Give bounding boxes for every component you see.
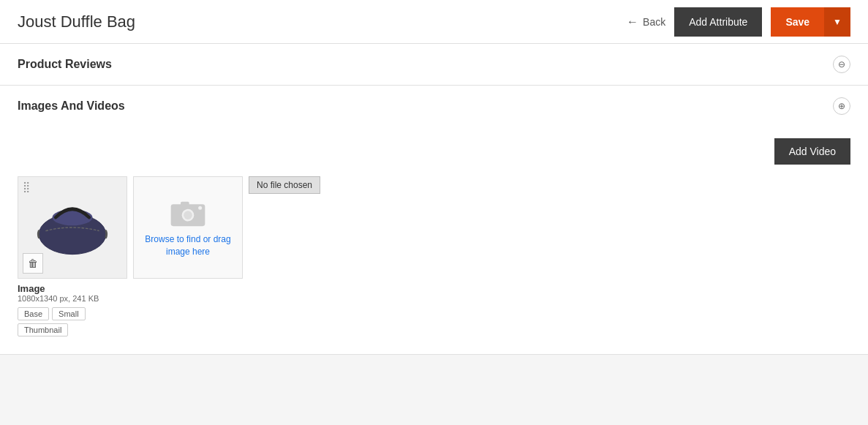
image-tag-thumbnail[interactable]: Thumbnail <box>18 323 68 336</box>
svg-rect-6 <box>181 202 189 206</box>
no-file-input: No file chosen <box>249 176 320 194</box>
image-tag-base[interactable]: Base <box>18 307 49 320</box>
image-thumbnail: ⣿ <box>18 176 127 279</box>
svg-point-7 <box>198 206 202 210</box>
no-file-label: No file chosen <box>249 176 320 194</box>
delete-image-button[interactable]: 🗑 <box>23 253 43 274</box>
image-meta: 1080x1340 px, 241 KB <box>18 294 127 303</box>
save-button[interactable]: Save <box>771 7 824 37</box>
page-header: Joust Duffle Bag ← Back Add Attribute Sa… <box>0 0 868 44</box>
image-card: ⣿ <box>18 176 127 336</box>
image-tag-small[interactable]: Small <box>52 307 86 320</box>
product-image <box>32 187 113 268</box>
header-actions: ← Back Add Attribute Save ▼ <box>627 7 850 37</box>
add-video-button[interactable]: Add Video <box>774 138 850 165</box>
images-section-content: Add Video ⣿ <box>0 127 868 354</box>
camera-icon <box>170 197 206 227</box>
back-arrow-icon: ← <box>627 15 638 29</box>
save-button-group: Save ▼ <box>771 7 850 37</box>
page-title: Joust Duffle Bag <box>18 12 135 31</box>
images-and-videos-toggle[interactable]: ⊕ <box>833 97 850 115</box>
save-dropdown-button[interactable]: ▼ <box>824 7 850 37</box>
svg-point-5 <box>184 211 192 220</box>
back-link[interactable]: ← Back <box>627 15 665 29</box>
product-reviews-toggle[interactable]: ⊖ <box>833 56 850 73</box>
product-reviews-header[interactable]: Product Reviews ⊖ <box>0 44 868 85</box>
chevron-down-icon: ⊖ <box>838 59 845 69</box>
images-row: ⣿ <box>18 176 850 336</box>
upload-placeholder-text: Browse to find or drag image here <box>134 233 242 258</box>
trash-icon: 🗑 <box>28 257 38 269</box>
image-tags: Base Small Thumbnail <box>18 307 127 336</box>
product-reviews-title: Product Reviews <box>18 58 112 71</box>
images-and-videos-header[interactable]: Images And Videos ⊕ <box>0 86 868 127</box>
back-label: Back <box>643 16 665 28</box>
image-info: Image 1080x1340 px, 241 KB <box>18 283 127 303</box>
drag-handle-icon[interactable]: ⣿ <box>23 181 30 192</box>
images-and-videos-title: Images And Videos <box>18 99 125 113</box>
svg-point-2 <box>53 209 93 225</box>
images-and-videos-section: Images And Videos ⊕ Add Video ⣿ <box>0 86 868 355</box>
product-reviews-section: Product Reviews ⊖ <box>0 44 868 86</box>
chevron-up-icon: ⊕ <box>838 101 845 111</box>
add-video-row: Add Video <box>18 138 850 165</box>
add-attribute-button[interactable]: Add Attribute <box>674 7 762 37</box>
image-label: Image <box>18 283 127 294</box>
main-content: Product Reviews ⊖ Images And Videos ⊕ Ad… <box>0 44 868 355</box>
image-upload-placeholder[interactable]: Browse to find or drag image here <box>133 176 243 279</box>
